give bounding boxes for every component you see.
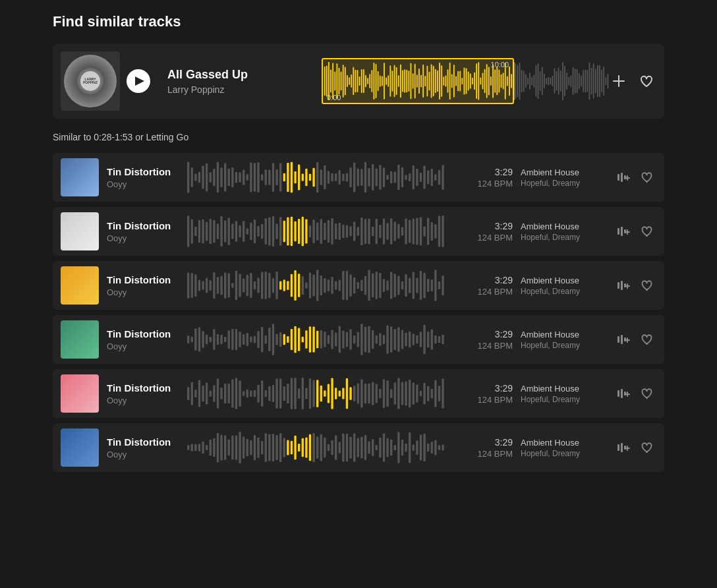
svg-rect-137 [601, 70, 602, 93]
track-like-button[interactable] [638, 384, 656, 403]
svg-rect-232 [235, 221, 237, 241]
track-row[interactable]: Tin Distortion Ooyy 3:29 124 BPM Ambient… [53, 369, 664, 418]
svg-rect-444 [187, 387, 189, 400]
svg-rect-531 [231, 436, 233, 460]
mini-waveform[interactable] [187, 216, 445, 247]
svg-rect-75 [474, 73, 475, 90]
svg-rect-340 [357, 282, 359, 289]
track-row[interactable]: Tin Distortion Ooyy 3:29 124 BPM Ambient… [53, 261, 664, 310]
svg-rect-482 [328, 384, 330, 403]
svg-rect-144 [187, 162, 189, 193]
header-actions [609, 71, 656, 91]
mini-waveform[interactable] [187, 270, 445, 301]
add-to-library-button[interactable] [614, 276, 633, 295]
svg-rect-491 [360, 380, 362, 408]
track-like-button[interactable] [638, 222, 656, 241]
svg-rect-3 [326, 66, 328, 97]
add-to-library-button[interactable] [614, 222, 633, 241]
svg-rect-102 [529, 73, 531, 89]
svg-rect-321 [287, 281, 289, 290]
svg-rect-582 [420, 435, 422, 461]
svg-rect-332 [328, 279, 330, 291]
svg-rect-285 [431, 222, 433, 241]
track-row[interactable]: Tin Distortion Ooyy 3:29 124 BPM Ambient… [53, 207, 664, 256]
track-duration: 3:29 [453, 329, 513, 339]
svg-rect-406 [324, 332, 326, 347]
track-like-button[interactable] [638, 168, 656, 187]
track-artist: Ooyy [107, 450, 179, 459]
track-thumbnail [61, 428, 99, 467]
svg-rect-546 [287, 440, 289, 456]
svg-rect-77 [478, 62, 479, 100]
track-row[interactable]: Tin Distortion Ooyy 3:29 124 BPM Ambient… [53, 315, 664, 364]
track-info: All Gassed Up Larry Poppinz [157, 68, 322, 95]
svg-rect-185 [339, 170, 341, 185]
svg-rect-421 [379, 333, 381, 345]
svg-rect-66 [455, 76, 457, 86]
mini-waveform[interactable] [187, 324, 445, 355]
svg-rect-412 [346, 332, 348, 347]
svg-rect-20 [361, 69, 362, 93]
svg-rect-564 [353, 433, 355, 461]
svg-rect-346 [379, 273, 381, 298]
svg-rect-554 [316, 436, 318, 459]
svg-rect-577 [401, 440, 403, 456]
svg-rect-521 [194, 444, 196, 451]
track-row[interactable]: Tin Distortion Ooyy 3:29 124 BPM Ambient… [53, 423, 664, 472]
row-actions [614, 438, 656, 457]
svg-rect-127 [581, 76, 582, 87]
play-button[interactable] [127, 69, 150, 93]
svg-rect-71 [466, 68, 467, 94]
track-like-button[interactable] [638, 330, 656, 349]
svg-rect-93 [511, 74, 512, 88]
svg-rect-271 [379, 225, 381, 238]
row-actions [614, 384, 656, 403]
page-title: Find similar tracks [53, 13, 664, 30]
svg-rect-201 [397, 165, 399, 190]
add-button[interactable] [609, 71, 629, 91]
mini-waveform[interactable] [187, 432, 445, 463]
svg-rect-419 [372, 330, 374, 349]
svg-rect-553 [312, 433, 314, 462]
svg-rect-300 [210, 280, 212, 291]
svg-rect-543 [275, 435, 277, 460]
svg-rect-513 [442, 378, 444, 408]
svg-rect-572 [383, 433, 385, 461]
mini-waveform[interactable] [187, 378, 445, 409]
mini-waveform[interactable] [187, 162, 445, 193]
similar-label: Similar to 0:28-1:53 or Letting Go [53, 132, 664, 142]
svg-rect-74 [472, 78, 473, 84]
add-to-library-button[interactable] [614, 330, 633, 349]
svg-rect-365 [621, 281, 623, 290]
svg-rect-397 [291, 329, 293, 350]
header-waveform[interactable]: 10:00 0:00 [322, 58, 609, 104]
svg-rect-191 [360, 169, 362, 186]
svg-rect-342 [364, 276, 366, 295]
track-row[interactable]: Tin Distortion Ooyy 3:29 124 BPM Ambient… [53, 153, 664, 202]
svg-rect-317 [272, 278, 274, 293]
like-button[interactable] [637, 71, 656, 91]
track-like-button[interactable] [638, 276, 656, 295]
svg-rect-160 [246, 174, 248, 180]
svg-rect-167 [272, 163, 274, 191]
add-to-library-button[interactable] [614, 384, 633, 403]
track-row-info: Tin Distortion Ooyy [107, 382, 179, 405]
add-to-library-button[interactable] [614, 438, 633, 457]
svg-rect-456 [231, 379, 233, 407]
svg-rect-359 [427, 279, 429, 292]
svg-rect-173 [294, 171, 296, 183]
svg-rect-116 [558, 68, 559, 95]
svg-rect-45 [413, 73, 414, 88]
svg-rect-188 [349, 167, 351, 187]
add-to-library-button[interactable] [614, 168, 633, 187]
svg-rect-288 [442, 216, 444, 247]
svg-rect-351 [397, 276, 399, 295]
svg-rect-352 [401, 281, 403, 290]
svg-rect-520 [191, 444, 193, 451]
svg-rect-212 [438, 170, 440, 185]
svg-rect-211 [434, 174, 436, 180]
svg-rect-275 [394, 221, 396, 241]
svg-rect-579 [409, 432, 411, 463]
track-like-button[interactable] [638, 438, 656, 457]
svg-rect-248 [294, 221, 296, 241]
